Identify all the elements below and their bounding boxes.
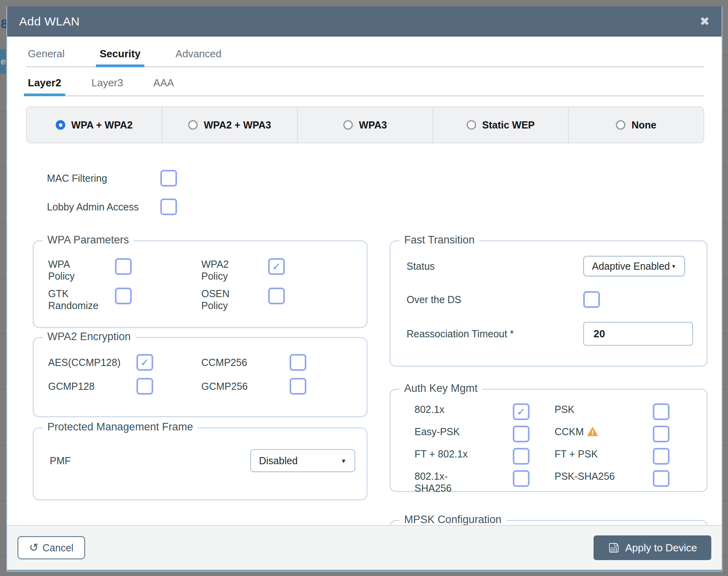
radio-icon-wpa2-wpa3 [188, 120, 198, 130]
wpa-policy-checkbox[interactable] [115, 258, 132, 275]
lobby-admin-access-row: Lobby Admin Access [26, 196, 704, 218]
chevron-down-icon: ▼ [341, 457, 346, 464]
psk-cell: PSK [555, 403, 695, 420]
radio-label: WPA2 + WPA3 [204, 119, 271, 131]
psk-label: PSK [555, 403, 648, 415]
pmf-select-value: Disabled [259, 455, 298, 467]
wpa-parameters-section: WPA Parameters WPA Policy WPA2 Policy GT… [33, 240, 368, 328]
easy-psk-checkbox[interactable] [513, 426, 529, 442]
right-column: Fast Transition Status Adaptive Enabled … [389, 240, 708, 527]
ccmp256-label: CCMP256 [201, 354, 285, 371]
ccmp256-cell: CCMP256 [201, 354, 354, 371]
aes-ccmp128-checkbox[interactable] [136, 354, 153, 371]
ft-dot1x-label: FT + 802.1x [415, 448, 508, 460]
mac-filtering-checkbox[interactable] [160, 170, 177, 187]
status-row: Status Adaptive Enabled ▼ [407, 255, 695, 277]
ft-dot1x-checkbox[interactable] [513, 448, 529, 465]
status-select[interactable]: Adaptive Enabled ▼ [583, 256, 685, 276]
cancel-button[interactable]: ↺ Cancel [18, 536, 85, 559]
status-select-value: Adaptive Enabled [592, 261, 670, 272]
over-the-ds-checkbox[interactable] [583, 291, 600, 308]
reassociation-timeout-row: Reassociation Timeout * [407, 322, 695, 346]
radio-wpa-wpa2[interactable]: WPA + WPA2 [27, 107, 162, 143]
auth-key-mgmt-section: Auth Key Mgmt 802.1x PSK Easy-PSK [389, 389, 708, 492]
dialog-header: Add WLAN ✖ [7, 6, 722, 37]
warning-icon [587, 427, 598, 439]
status-label: Status [407, 261, 583, 272]
radio-wpa2-wpa3[interactable]: WPA2 + WPA3 [162, 107, 298, 143]
chevron-down-icon: ▼ [671, 263, 676, 269]
radio-label: None [631, 119, 656, 131]
gcmp128-checkbox[interactable] [136, 378, 153, 395]
psk-sha256-label: PSK-SHA256 [555, 470, 648, 482]
dialog-title: Add WLAN [19, 15, 80, 28]
ccmp256-checkbox[interactable] [290, 354, 306, 371]
ft-psk-checkbox[interactable] [653, 448, 670, 465]
wpa2-policy-cell: WPA2 Policy [201, 258, 354, 282]
wpa2-policy-checkbox[interactable] [268, 258, 285, 275]
apply-to-device-button[interactable]: Apply to Device [594, 535, 711, 560]
psk-checkbox[interactable] [653, 403, 670, 420]
radio-label: WPA + WPA2 [71, 119, 132, 131]
wpa2-policy-label: WPA2 Policy [201, 258, 250, 282]
main-tabs: General Security Advanced [26, 37, 704, 67]
tab-security[interactable]: Security [98, 48, 142, 66]
ft-psk-label: FT + PSK [555, 448, 648, 460]
fast-transition-section: Fast Transition Status Adaptive Enabled … [389, 240, 708, 367]
mpsk-configuration-title: MPSK Configuration [399, 514, 506, 526]
subtab-layer3[interactable]: Layer3 [90, 77, 125, 95]
reassociation-timeout-input[interactable] [583, 322, 693, 346]
gcmp256-checkbox[interactable] [290, 378, 306, 395]
dot1x-checkbox[interactable] [513, 403, 529, 420]
cckm-cell: CCKM [555, 426, 695, 442]
background-button-fragment: e [0, 49, 6, 74]
left-column: WPA Parameters WPA Policy WPA2 Policy GT… [33, 240, 368, 500]
gtk-randomize-checkbox[interactable] [115, 288, 132, 304]
settings-columns: WPA Parameters WPA Policy WPA2 Policy GT… [26, 240, 704, 527]
background-stray-letter: e [1, 56, 6, 67]
dot1x-sha256-checkbox[interactable] [513, 470, 529, 487]
gtk-randomize-label: GTK Randomize [48, 288, 97, 311]
subtab-aaa[interactable]: AAA [152, 77, 175, 95]
wpa-policy-cell: WPA Policy [48, 258, 201, 282]
cckm-checkbox[interactable] [653, 426, 670, 442]
tab-general[interactable]: General [26, 48, 66, 66]
osen-policy-cell: OSEN Policy [201, 288, 354, 311]
gcmp256-cell: GCMP256 [201, 378, 354, 395]
radio-icon-wpa-wpa2 [56, 120, 65, 130]
close-icon[interactable]: ✖ [700, 16, 710, 27]
save-icon [608, 542, 620, 554]
dot1x-cell: 802.1x [415, 403, 555, 420]
radio-wpa3[interactable]: WPA3 [298, 107, 433, 143]
security-subtabs: Layer2 Layer3 AAA [26, 67, 704, 96]
ft-dot1x-cell: FT + 802.1x [415, 448, 555, 465]
easy-psk-label: Easy-PSK [415, 426, 508, 438]
wpa2-encryption-title: WPA2 Encryption [43, 331, 136, 343]
undo-icon: ↺ [29, 542, 38, 553]
dot1x-label: 802.1x [415, 403, 508, 415]
lobby-admin-access-checkbox[interactable] [160, 198, 177, 215]
gcmp128-label: GCMP128 [48, 378, 132, 395]
aes-ccmp128-cell: AES(CCMP128) [48, 354, 201, 371]
radio-label: Static WEP [482, 119, 535, 131]
dot1x-sha256-cell: 802.1x-SHA256 [415, 470, 555, 494]
wpa2-encryption-section: WPA2 Encryption AES(CCMP128) CCMP256 GCM… [33, 337, 368, 417]
pmf-section-title: Protected Management Frame [43, 421, 198, 433]
aes-ccmp128-label: AES(CCMP128) [48, 354, 132, 371]
gcmp256-label: GCMP256 [201, 378, 285, 395]
osen-policy-label: OSEN Policy [201, 288, 250, 311]
wpa-parameters-title: WPA Parameters [43, 234, 134, 246]
radio-static-wep[interactable]: Static WEP [433, 107, 569, 143]
psk-sha256-checkbox[interactable] [653, 470, 670, 487]
dot1x-sha256-label: 802.1x-SHA256 [415, 470, 508, 494]
add-wlan-dialog: Add WLAN ✖ General Security Advanced Lay… [6, 6, 722, 572]
radio-label: WPA3 [359, 119, 387, 131]
radio-none[interactable]: None [568, 107, 704, 143]
subtab-layer2[interactable]: Layer2 [26, 77, 63, 95]
pmf-label: PMF [50, 455, 250, 467]
tab-advanced[interactable]: Advanced [174, 48, 223, 66]
psk-sha256-cell: PSK-SHA256 [555, 470, 695, 494]
osen-policy-checkbox[interactable] [268, 288, 285, 304]
cckm-label: CCKM [555, 426, 648, 439]
pmf-select[interactable]: Disabled ▼ [250, 449, 355, 472]
